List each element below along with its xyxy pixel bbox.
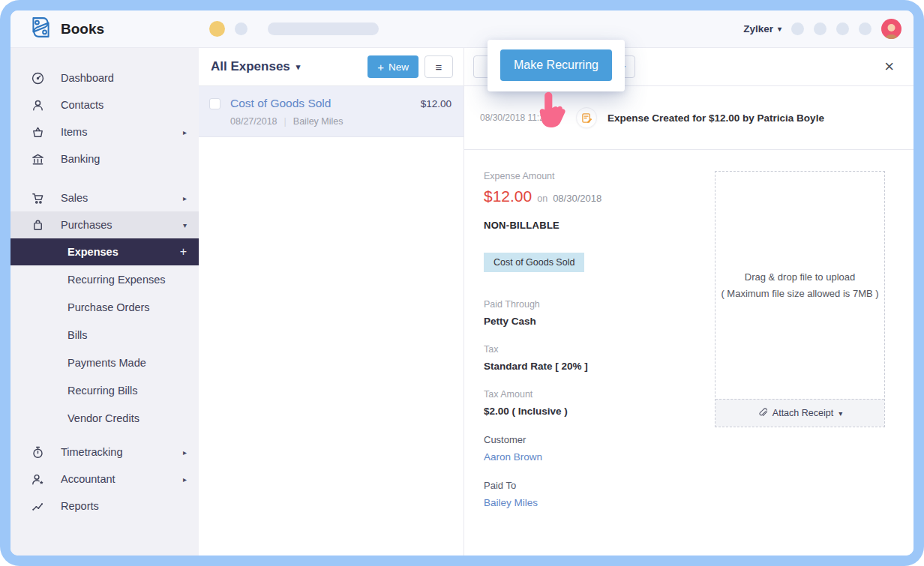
org-name: Zylker	[743, 23, 773, 34]
sidebar-item-accountant[interactable]: Accountant ▸	[10, 466, 199, 493]
plus-icon[interactable]: +	[180, 245, 187, 259]
app-logo[interactable]: Books	[10, 15, 199, 43]
sidebar-item-expenses-active[interactable]: Expenses +	[10, 238, 199, 265]
expense-name-link[interactable]: Cost of Goods Sold	[230, 97, 331, 110]
new-expense-button[interactable]: + New	[368, 55, 418, 78]
attach-receipt-label: Attach Receipt	[772, 408, 833, 418]
topbar-icon-4[interactable]	[859, 22, 872, 35]
chevron-down-icon: ▾	[778, 25, 782, 33]
chevron-right-icon: ▸	[183, 475, 187, 484]
sidebar-item-recurring-expenses[interactable]: Recurring Expenses	[10, 265, 199, 293]
paid-to-label: Paid To	[484, 480, 715, 491]
sidebar-item-sales[interactable]: Sales ▸	[10, 184, 199, 211]
on-word: on	[537, 193, 548, 204]
expense-list-pane: All Expenses ▾ + New ≡ Cost of Goods Sol…	[199, 48, 464, 556]
org-selector[interactable]: Zylker ▾	[743, 23, 782, 34]
dashboard-icon	[30, 70, 45, 85]
sidebar-item-payments-made[interactable]: Payments Made	[10, 349, 199, 376]
books-logo-icon	[28, 15, 53, 43]
sidebar-label: Reports	[61, 500, 99, 512]
contacts-icon	[30, 97, 45, 112]
new-button-label: New	[388, 61, 409, 73]
sidebar-label: Dashboard	[61, 72, 114, 84]
expense-detail-pane: $ More ▾ × Make Recurring	[464, 48, 914, 556]
sidebar-item-timetracking[interactable]: Timetracking ▸	[10, 439, 199, 466]
topbar-right: Zylker ▾	[743, 19, 914, 39]
status-dot-gray	[235, 22, 248, 35]
chevron-right-icon: ▸	[183, 448, 187, 457]
sidebar-item-items[interactable]: Items ▸	[10, 118, 199, 145]
drop-zone-line1: Drag & drop file to upload	[745, 271, 855, 283]
customer-link[interactable]: Aaron Brown	[484, 451, 715, 463]
sidebar-label: Purchases	[61, 219, 112, 231]
sidebar-item-reports[interactable]: Reports	[10, 493, 199, 520]
basket-icon	[30, 124, 45, 139]
expense-amount-label: Expense Amount	[484, 171, 715, 181]
chevron-right-icon: ▸	[183, 128, 187, 136]
customer-label: Customer	[484, 434, 715, 445]
history-entry: 08/30/2018 11:27 Expense Created for $12…	[464, 86, 914, 150]
sidebar-item-purchase-orders[interactable]: Purchase Orders	[10, 293, 199, 321]
chevron-right-icon: ▸	[183, 194, 187, 202]
history-timestamp: 08/30/2018 11:27	[480, 112, 568, 123]
bank-icon	[30, 151, 45, 166]
sidebar-label: Timetracking	[61, 446, 122, 458]
divider: |	[284, 116, 286, 127]
topbar-icon-2[interactable]	[814, 22, 826, 35]
expense-payee: Bailey Miles	[293, 116, 344, 127]
sidebar-item-banking[interactable]: Banking	[10, 145, 199, 172]
paid-to-link[interactable]: Bailey Miles	[484, 497, 715, 508]
row-checkbox[interactable]	[209, 98, 220, 109]
list-title: All Expenses	[211, 59, 290, 74]
note-icon	[576, 107, 597, 128]
reports-icon	[30, 499, 45, 514]
search-bar-placeholder[interactable]	[268, 22, 379, 35]
sidebar-item-vendor-credits[interactable]: Vendor Credits	[10, 404, 199, 432]
receipt-upload-column: Drag & drop file to upload ( Maximum fil…	[715, 171, 885, 556]
sidebar-label: Payments Made	[68, 357, 146, 369]
tax-amount-label: Tax Amount	[484, 389, 715, 400]
accountant-icon	[30, 472, 45, 487]
list-view-menu-button[interactable]: ≡	[424, 55, 453, 78]
plus-icon: +	[377, 61, 384, 73]
expense-amount: $12.00	[421, 98, 452, 109]
sidebar-item-recurring-bills[interactable]: Recurring Bills	[10, 376, 199, 404]
paperclip-icon	[758, 407, 767, 419]
status-dot-yellow	[209, 21, 225, 37]
sidebar-item-contacts[interactable]: Contacts	[10, 91, 199, 118]
topbar-icon-3[interactable]	[836, 22, 849, 35]
sidebar-label: Purchase Orders	[68, 301, 150, 313]
detail-body: Expense Amount $12.00 on 08/30/2018 NON-…	[464, 150, 914, 556]
expense-amount-line: $12.00 on 08/30/2018	[484, 187, 715, 205]
sidebar-label: Vendor Credits	[68, 412, 140, 424]
paid-through-value: Petty Cash	[484, 316, 715, 327]
make-recurring-button[interactable]: Make Recurring	[500, 49, 612, 81]
tax-label: Tax	[484, 344, 715, 355]
chevron-down-icon: ▾	[296, 62, 301, 72]
browser-frame: Books Zylker ▾	[0, 0, 924, 566]
expense-date-value: 08/30/2018	[553, 193, 602, 204]
sidebar-label: Banking	[61, 153, 100, 165]
receipt-upload-box[interactable]: Drag & drop file to upload ( Maximum fil…	[715, 171, 885, 427]
sidebar-item-dashboard[interactable]: Dashboard	[10, 64, 199, 91]
drop-zone-line2: ( Maximum file size allowed is 7MB )	[721, 288, 878, 299]
hamburger-icon: ≡	[436, 61, 442, 73]
sidebar-item-bills[interactable]: Bills	[10, 321, 199, 349]
close-detail-button[interactable]: ×	[880, 58, 898, 76]
expense-date: 08/27/2018	[230, 116, 278, 127]
tax-value: Standard Rate [ 20% ]	[484, 361, 715, 372]
tax-amount-value: $2.00 ( Inclusive )	[484, 406, 715, 417]
make-recurring-popup: Make Recurring	[488, 40, 625, 91]
topbar-icon-1[interactable]	[791, 22, 804, 35]
close-icon: ×	[884, 57, 894, 76]
drop-zone[interactable]: Drag & drop file to upload ( Maximum fil…	[716, 172, 884, 399]
user-avatar[interactable]	[881, 19, 902, 39]
expense-list-row[interactable]: Cost of Goods Sold $12.00 08/27/2018 | B…	[199, 86, 464, 137]
chevron-down-icon: ▾	[838, 409, 842, 418]
app-window: Books Zylker ▾	[10, 10, 914, 556]
sidebar-label: Recurring Expenses	[68, 274, 166, 286]
attach-receipt-button[interactable]: Attach Receipt ▾	[716, 399, 884, 427]
sidebar-item-purchases[interactable]: Purchases ▾	[10, 211, 199, 238]
list-filter-dropdown[interactable]: All Expenses ▾	[211, 59, 300, 74]
sidebar-label: Bills	[68, 329, 88, 341]
